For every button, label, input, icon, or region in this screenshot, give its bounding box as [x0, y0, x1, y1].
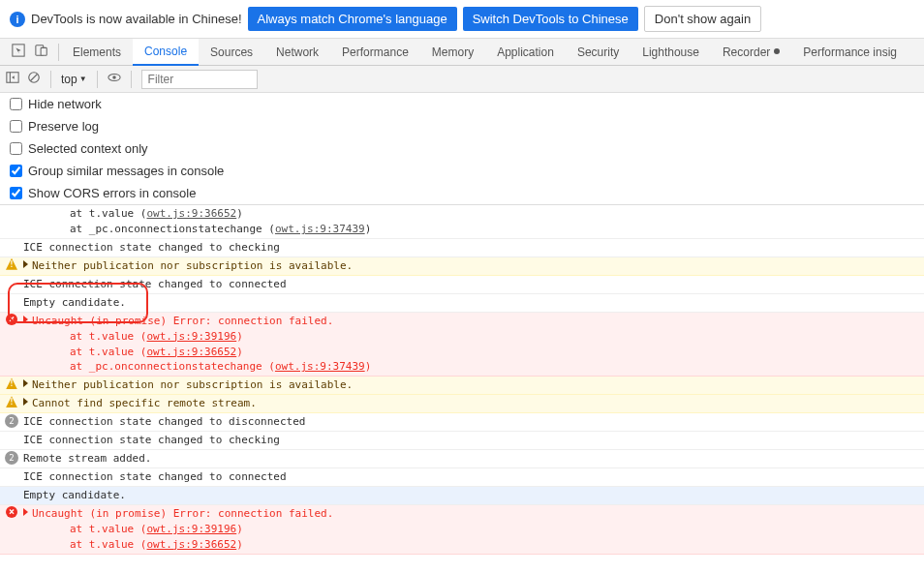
source-link[interactable]: owt.js:9:39196 [146, 330, 236, 343]
log-row: 2 Remote stream added. [0, 450, 924, 468]
source-link[interactable]: owt.js:9:36652 [146, 346, 236, 358]
console-settings: Hide network Preserve log Selected conte… [0, 93, 924, 205]
show-cors-label: Show CORS errors in console [28, 186, 196, 200]
source-link[interactable]: owt.js:9:36652 [146, 207, 236, 220]
log-row: Empty candidate. [0, 487, 924, 505]
preview-badge-icon [774, 48, 780, 54]
hide-network-checkbox[interactable] [10, 98, 22, 110]
log-row-warning: Neither publication nor subscription is … [0, 257, 924, 276]
expand-icon[interactable] [23, 260, 28, 268]
tab-lighthouse[interactable]: Lighthouse [631, 39, 711, 66]
console-toolbar: top ▼ [0, 66, 924, 93]
tab-recorder[interactable]: Recorder [711, 39, 791, 66]
log-row-error: Uncaught (in promise) Error: connection … [0, 505, 924, 555]
preserve-log-checkbox[interactable] [10, 120, 22, 133]
count-badge: 2 [5, 414, 18, 428]
group-similar-checkbox[interactable] [10, 165, 22, 177]
tab-performance-insights[interactable]: Performance insig [791, 39, 909, 66]
group-similar-label: Group similar messages in console [28, 164, 224, 178]
error-icon [6, 506, 17, 518]
inspect-icon[interactable] [12, 44, 25, 60]
error-icon [6, 314, 17, 325]
always-match-button[interactable]: Always match Chrome's language [248, 7, 457, 31]
tab-memory[interactable]: Memory [420, 39, 485, 66]
log-row: ICE connection state changed to checking [0, 239, 924, 257]
device-toggle-icon[interactable] [35, 44, 48, 60]
warning-icon [6, 396, 17, 407]
separator [131, 71, 132, 88]
separator [58, 44, 59, 61]
preserve-log-label: Preserve log [28, 119, 99, 134]
log-row: at t.value (owt.js:9:36652) at _pc.oncon… [0, 205, 924, 239]
dont-show-again-button[interactable]: Don't show again [644, 6, 761, 32]
expand-icon[interactable] [23, 316, 28, 323]
selected-context-label: Selected context only [28, 141, 148, 156]
tab-application[interactable]: Application [485, 39, 566, 66]
source-link[interactable]: owt.js:9:37439 [275, 360, 365, 373]
warning-icon [6, 377, 17, 389]
log-row: ICE connection state changed to connecte… [0, 276, 924, 294]
tab-sources[interactable]: Sources [199, 39, 264, 66]
console-output: at t.value (owt.js:9:36652) at _pc.oncon… [0, 205, 924, 555]
log-row-error: Uncaught (in promise) Error: connection … [0, 313, 924, 377]
tab-network[interactable]: Network [264, 39, 330, 66]
banner-text: DevTools is now available in Chinese! [31, 12, 242, 26]
context-selector[interactable]: top ▼ [61, 73, 87, 86]
tab-performance[interactable]: Performance [330, 39, 420, 66]
source-link[interactable]: owt.js:9:37439 [275, 223, 365, 235]
count-badge: 2 [5, 451, 18, 465]
expand-icon[interactable] [23, 398, 28, 406]
filter-input[interactable] [141, 70, 258, 89]
tab-security[interactable]: Security [566, 39, 631, 66]
log-row: Empty candidate. [0, 294, 924, 313]
language-banner: i DevTools is now available in Chinese! … [0, 0, 924, 39]
svg-rect-2 [41, 47, 46, 55]
expand-icon[interactable] [23, 379, 28, 387]
hide-network-label: Hide network [28, 97, 102, 111]
log-row-warning: Cannot find specific remote stream. [0, 395, 924, 413]
tab-elements[interactable]: Elements [61, 39, 133, 66]
log-row: ICE connection state changed to connecte… [0, 468, 924, 487]
source-link[interactable]: owt.js:9:39196 [146, 523, 236, 535]
tab-console[interactable]: Console [133, 39, 199, 66]
separator [97, 71, 98, 88]
info-icon: i [10, 12, 25, 27]
console-sidebar-toggle-icon[interactable] [6, 71, 19, 87]
selected-context-checkbox[interactable] [10, 142, 22, 155]
switch-devtools-button[interactable]: Switch DevTools to Chinese [463, 7, 638, 31]
expand-icon[interactable] [23, 508, 28, 516]
svg-point-8 [112, 75, 116, 79]
warning-icon [6, 258, 17, 270]
svg-line-6 [31, 75, 38, 81]
live-expression-icon[interactable] [108, 71, 121, 87]
clear-console-icon[interactable] [27, 71, 41, 87]
log-row: 2 ICE connection state changed to discon… [0, 413, 924, 432]
separator [50, 71, 51, 88]
log-row: ICE connection state changed to checking [0, 432, 924, 450]
main-tab-bar: Elements Console Sources Network Perform… [0, 39, 924, 66]
show-cors-checkbox[interactable] [10, 187, 22, 199]
log-row-warning: Neither publication nor subscription is … [0, 377, 924, 395]
source-link[interactable]: owt.js:9:36652 [146, 538, 236, 551]
